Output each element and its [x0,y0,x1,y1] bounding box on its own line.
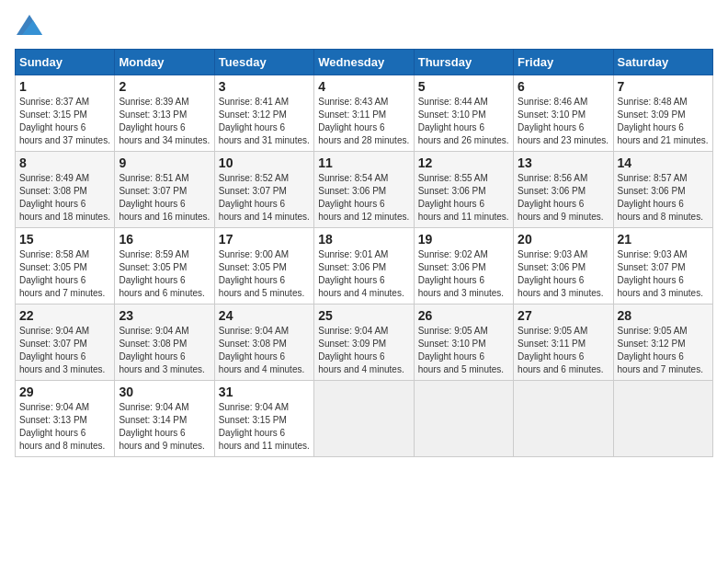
day-number: 24 [219,308,310,323]
day-info: Sunrise: 9:04 AM Sunset: 3:15 PM Dayligh… [219,401,310,453]
calendar-day-cell: 15 Sunrise: 8:58 AM Sunset: 3:05 PM Dayl… [16,228,115,304]
day-info: Sunrise: 9:04 AM Sunset: 3:09 PM Dayligh… [318,325,409,376]
calendar-day-cell: 19 Sunrise: 9:02 AM Sunset: 3:06 PM Dayl… [414,228,513,304]
day-number: 20 [518,232,609,247]
day-info: Sunrise: 9:04 AM Sunset: 3:14 PM Dayligh… [119,401,210,453]
calendar-day-cell: 30 Sunrise: 9:04 AM Sunset: 3:14 PM Dayl… [115,381,214,457]
calendar-day-cell: 5 Sunrise: 8:44 AM Sunset: 3:10 PM Dayli… [414,75,513,152]
day-number: 8 [19,155,110,170]
calendar-day-cell: 8 Sunrise: 8:49 AM Sunset: 3:08 PM Dayli… [16,152,115,228]
day-info: Sunrise: 8:46 AM Sunset: 3:10 PM Dayligh… [518,96,609,147]
day-info: Sunrise: 9:05 AM Sunset: 3:10 PM Dayligh… [418,325,509,376]
day-number: 4 [318,79,409,94]
calendar-day-cell: 21 Sunrise: 9:03 AM Sunset: 3:07 PM Dayl… [613,228,712,304]
day-number: 3 [219,79,310,94]
calendar-day-cell [613,381,712,457]
calendar-week-2: 8 Sunrise: 8:49 AM Sunset: 3:08 PM Dayli… [16,152,713,228]
day-info: Sunrise: 8:39 AM Sunset: 3:13 PM Dayligh… [119,96,210,147]
day-info: Sunrise: 9:04 AM Sunset: 3:08 PM Dayligh… [219,325,310,376]
day-info: Sunrise: 9:04 AM Sunset: 3:08 PM Dayligh… [119,325,210,376]
logo [15,15,42,40]
day-info: Sunrise: 8:57 AM Sunset: 3:06 PM Dayligh… [618,172,709,224]
day-number: 25 [318,308,409,323]
day-info: Sunrise: 9:04 AM Sunset: 3:07 PM Dayligh… [19,325,110,376]
day-info: Sunrise: 8:41 AM Sunset: 3:12 PM Dayligh… [219,96,310,147]
day-info: Sunrise: 8:37 AM Sunset: 3:15 PM Dayligh… [19,96,110,147]
weekday-header-tuesday: Tuesday [214,50,313,75]
day-number: 1 [19,79,110,94]
day-number: 2 [119,79,210,94]
calendar-day-cell: 3 Sunrise: 8:41 AM Sunset: 3:12 PM Dayli… [214,75,313,152]
day-number: 21 [618,232,709,247]
weekday-header-row: SundayMondayTuesdayWednesdayThursdayFrid… [16,50,713,75]
calendar-day-cell: 20 Sunrise: 9:03 AM Sunset: 3:06 PM Dayl… [514,228,613,304]
calendar-day-cell: 28 Sunrise: 9:05 AM Sunset: 3:12 PM Dayl… [613,304,712,381]
calendar-day-cell: 18 Sunrise: 9:01 AM Sunset: 3:06 PM Dayl… [314,228,414,304]
day-number: 28 [618,308,709,323]
calendar-day-cell [514,381,613,457]
calendar-day-cell: 27 Sunrise: 9:05 AM Sunset: 3:11 PM Dayl… [514,304,613,381]
calendar-day-cell: 17 Sunrise: 9:00 AM Sunset: 3:05 PM Dayl… [214,228,313,304]
day-number: 31 [219,385,310,399]
day-number: 29 [19,385,110,399]
day-info: Sunrise: 8:51 AM Sunset: 3:07 PM Dayligh… [119,172,210,224]
weekday-header-sunday: Sunday [16,50,115,75]
calendar-day-cell [314,381,414,457]
day-number: 23 [119,308,210,323]
weekday-header-friday: Friday [514,50,613,75]
calendar-day-cell: 11 Sunrise: 8:54 AM Sunset: 3:06 PM Dayl… [314,152,414,228]
day-info: Sunrise: 8:52 AM Sunset: 3:07 PM Dayligh… [219,172,310,224]
day-info: Sunrise: 8:44 AM Sunset: 3:10 PM Dayligh… [418,96,509,147]
calendar-day-cell: 25 Sunrise: 9:04 AM Sunset: 3:09 PM Dayl… [314,304,414,381]
calendar-day-cell: 16 Sunrise: 8:59 AM Sunset: 3:05 PM Dayl… [115,228,214,304]
day-number: 22 [19,308,110,323]
calendar-day-cell: 26 Sunrise: 9:05 AM Sunset: 3:10 PM Dayl… [414,304,513,381]
calendar-day-cell: 2 Sunrise: 8:39 AM Sunset: 3:13 PM Dayli… [115,75,214,152]
page-header [15,15,713,40]
weekday-header-thursday: Thursday [414,50,513,75]
calendar-week-4: 22 Sunrise: 9:04 AM Sunset: 3:07 PM Dayl… [16,304,713,381]
calendar-week-1: 1 Sunrise: 8:37 AM Sunset: 3:15 PM Dayli… [16,75,713,152]
day-info: Sunrise: 8:55 AM Sunset: 3:06 PM Dayligh… [418,172,509,224]
day-number: 15 [19,232,110,247]
calendar-day-cell: 1 Sunrise: 8:37 AM Sunset: 3:15 PM Dayli… [16,75,115,152]
day-number: 26 [418,308,509,323]
calendar-day-cell: 9 Sunrise: 8:51 AM Sunset: 3:07 PM Dayli… [115,152,214,228]
day-number: 10 [219,155,310,170]
day-info: Sunrise: 8:43 AM Sunset: 3:11 PM Dayligh… [318,96,409,147]
day-number: 27 [518,308,609,323]
day-number: 11 [318,155,409,170]
day-info: Sunrise: 9:03 AM Sunset: 3:06 PM Dayligh… [518,248,609,300]
day-number: 14 [618,155,709,170]
calendar-day-cell: 24 Sunrise: 9:04 AM Sunset: 3:08 PM Dayl… [214,304,313,381]
calendar-day-cell: 23 Sunrise: 9:04 AM Sunset: 3:08 PM Dayl… [115,304,214,381]
calendar-day-cell: 14 Sunrise: 8:57 AM Sunset: 3:06 PM Dayl… [613,152,712,228]
day-info: Sunrise: 8:58 AM Sunset: 3:05 PM Dayligh… [19,248,110,300]
day-info: Sunrise: 8:49 AM Sunset: 3:08 PM Dayligh… [19,172,110,224]
day-info: Sunrise: 9:04 AM Sunset: 3:13 PM Dayligh… [19,401,110,453]
day-number: 17 [219,232,310,247]
calendar-body: 1 Sunrise: 8:37 AM Sunset: 3:15 PM Dayli… [16,75,713,457]
day-info: Sunrise: 9:05 AM Sunset: 3:11 PM Dayligh… [518,325,609,376]
day-info: Sunrise: 9:03 AM Sunset: 3:07 PM Dayligh… [618,248,709,300]
day-info: Sunrise: 8:59 AM Sunset: 3:05 PM Dayligh… [119,248,210,300]
day-number: 12 [418,155,509,170]
calendar-header: SundayMondayTuesdayWednesdayThursdayFrid… [16,50,713,75]
day-info: Sunrise: 9:00 AM Sunset: 3:05 PM Dayligh… [219,248,310,300]
day-number: 30 [119,385,210,399]
day-number: 6 [518,79,609,94]
calendar-week-5: 29 Sunrise: 9:04 AM Sunset: 3:13 PM Dayl… [16,381,713,457]
calendar-day-cell: 13 Sunrise: 8:56 AM Sunset: 3:06 PM Dayl… [514,152,613,228]
logo-icon [17,15,42,35]
day-number: 7 [618,79,709,94]
calendar-week-3: 15 Sunrise: 8:58 AM Sunset: 3:05 PM Dayl… [16,228,713,304]
day-info: Sunrise: 9:01 AM Sunset: 3:06 PM Dayligh… [318,248,409,300]
calendar-day-cell [414,381,513,457]
day-number: 16 [119,232,210,247]
calendar-day-cell: 12 Sunrise: 8:55 AM Sunset: 3:06 PM Dayl… [414,152,513,228]
day-number: 9 [119,155,210,170]
weekday-header-monday: Monday [115,50,214,75]
day-info: Sunrise: 9:05 AM Sunset: 3:12 PM Dayligh… [618,325,709,376]
day-info: Sunrise: 8:48 AM Sunset: 3:09 PM Dayligh… [618,96,709,147]
calendar-day-cell: 6 Sunrise: 8:46 AM Sunset: 3:10 PM Dayli… [514,75,613,152]
